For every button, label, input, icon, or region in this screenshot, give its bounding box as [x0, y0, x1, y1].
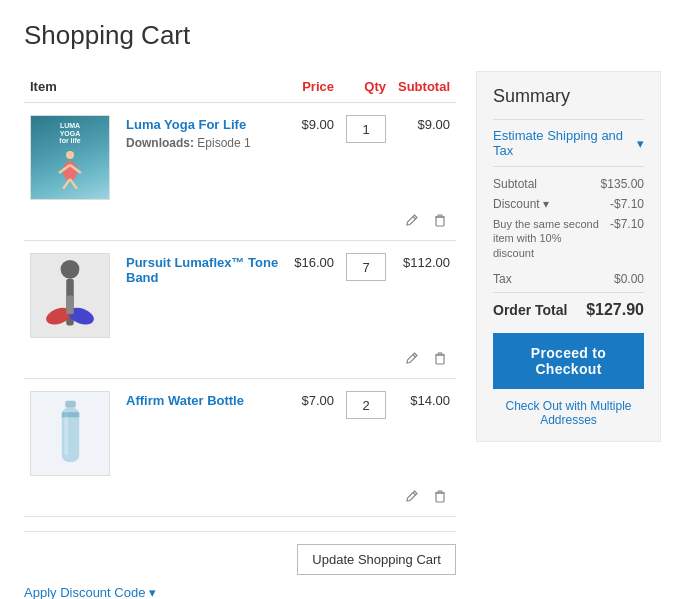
product-image	[30, 253, 110, 338]
table-row: Pursuit Lumaflex™ Tone Band$16.00$112.00	[24, 241, 456, 345]
multiple-address-link[interactable]: Check Out with Multiple Addresses	[493, 399, 644, 427]
product-qty-cell	[340, 241, 392, 345]
product-image: LUMAYOGAfor life	[30, 115, 110, 200]
col-price: Price	[288, 71, 340, 103]
qty-input[interactable]	[346, 253, 386, 281]
product-price: $16.00	[288, 241, 340, 345]
svg-line-17	[413, 355, 416, 358]
discount-code-label: Apply Discount Code	[24, 585, 145, 599]
discount-row: Discount ▾ -$7.10	[493, 197, 644, 211]
product-price: $9.00	[288, 103, 340, 207]
tax-label: Tax	[493, 272, 512, 286]
estimate-shipping-label: Estimate Shipping and Tax	[493, 128, 637, 158]
product-actions-row	[24, 206, 456, 241]
svg-rect-28	[436, 493, 444, 502]
qty-input[interactable]	[346, 115, 386, 143]
table-row: Affirm Water Bottle$7.00$14.00	[24, 379, 456, 483]
promo-value: -$7.10	[610, 217, 644, 231]
order-total-label: Order Total	[493, 302, 567, 318]
delete-icon[interactable]	[430, 348, 450, 368]
product-actions-cell	[24, 206, 456, 241]
product-options: Downloads: Episode 1	[126, 136, 282, 150]
subtotal-value: $135.00	[601, 177, 644, 191]
product-image-cell	[24, 379, 116, 483]
svg-line-5	[70, 179, 77, 189]
product-image	[30, 391, 110, 476]
subtotal-label: Subtotal	[493, 177, 537, 191]
qty-input[interactable]	[346, 391, 386, 419]
discount-value: -$7.10	[610, 197, 644, 211]
chevron-down-icon: ▾	[149, 585, 156, 599]
svg-rect-26	[61, 412, 79, 417]
update-cart-button[interactable]: Update Shopping Cart	[297, 544, 456, 575]
delete-icon[interactable]	[430, 210, 450, 230]
col-qty: Qty	[340, 71, 392, 103]
edit-icon[interactable]	[402, 210, 422, 230]
product-actions-row	[24, 482, 456, 517]
product-name[interactable]: Affirm Water Bottle	[126, 393, 282, 408]
edit-icon[interactable]	[402, 486, 422, 506]
svg-rect-25	[64, 411, 68, 455]
product-actions-cell	[24, 344, 456, 379]
svg-line-4	[63, 179, 70, 189]
product-actions-row	[24, 344, 456, 379]
order-total-row: Order Total $127.90	[493, 292, 644, 319]
product-info-cell: Pursuit Lumaflex™ Tone Band	[116, 241, 288, 345]
edit-icon[interactable]	[402, 348, 422, 368]
product-subtotal: $9.00	[392, 103, 456, 207]
product-info-cell: Luma Yoga For LifeDownloads: Episode 1	[116, 103, 288, 207]
product-qty-cell	[340, 379, 392, 483]
col-item: Item	[24, 71, 288, 103]
promo-note: Buy the same second item with 10% discou…	[493, 217, 604, 260]
tax-row: Tax $0.00	[493, 272, 644, 286]
svg-point-1	[63, 161, 77, 181]
summary-title: Summary	[493, 86, 644, 107]
svg-line-6	[413, 217, 416, 220]
subtotal-row: Subtotal $135.00	[493, 177, 644, 191]
cart-table: Item Price Qty Subtotal LUMAYOGAfor life	[24, 71, 456, 517]
col-subtotal: Subtotal	[392, 71, 456, 103]
page-title: Shopping Cart	[24, 20, 661, 51]
svg-point-12	[61, 260, 80, 279]
product-name[interactable]: Pursuit Lumaflex™ Tone Band	[126, 255, 282, 285]
product-image-cell: LUMAYOGAfor life	[24, 103, 116, 207]
estimate-shipping-row[interactable]: Estimate Shipping and Tax ▾	[493, 119, 644, 167]
product-image-cell	[24, 241, 116, 345]
product-info-cell: Affirm Water Bottle	[116, 379, 288, 483]
discount-label-wrapper: Discount ▾	[493, 197, 549, 211]
svg-point-0	[66, 151, 74, 159]
summary-panel: Summary Estimate Shipping and Tax ▾ Subt…	[476, 71, 661, 442]
svg-rect-18	[436, 355, 444, 364]
delete-icon[interactable]	[430, 486, 450, 506]
product-subtotal: $112.00	[392, 241, 456, 345]
svg-rect-16	[66, 296, 74, 315]
tax-value: $0.00	[614, 272, 644, 286]
discount-chevron-icon: ▾	[543, 197, 549, 211]
estimate-chevron-icon: ▾	[637, 136, 644, 151]
discount-label-text: Discount	[493, 197, 540, 211]
product-qty-cell	[340, 103, 392, 207]
product-name[interactable]: Luma Yoga For Life	[126, 117, 282, 132]
svg-rect-7	[436, 217, 444, 226]
product-actions-cell	[24, 482, 456, 517]
svg-rect-23	[65, 400, 76, 407]
discount-code-link[interactable]: Apply Discount Code ▾	[24, 585, 156, 599]
table-row: LUMAYOGAfor life Luma Yoga For LifeDownl…	[24, 103, 456, 207]
checkout-button[interactable]: Proceed to Checkout	[493, 333, 644, 389]
product-price: $7.00	[288, 379, 340, 483]
product-subtotal: $14.00	[392, 379, 456, 483]
svg-line-27	[413, 493, 416, 496]
order-total-value: $127.90	[586, 301, 644, 319]
